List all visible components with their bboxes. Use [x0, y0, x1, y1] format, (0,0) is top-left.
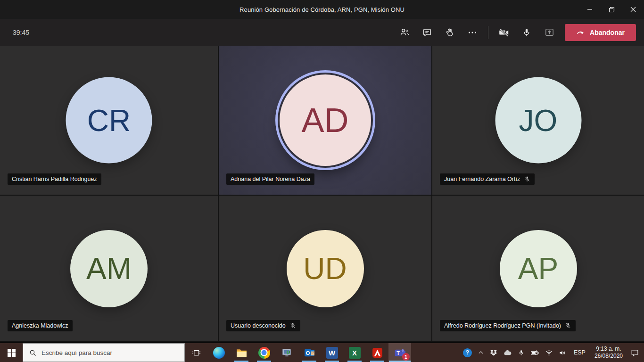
- windows-taskbar: O W X T 1: [0, 342, 644, 362]
- window-title: Reunión Gobernación de Córdoba, ARN, PGN…: [239, 6, 405, 13]
- clock-date: 26/08/2020: [594, 353, 623, 360]
- minimize-icon: [587, 7, 593, 12]
- search-icon: [29, 349, 37, 357]
- taskbar-app-remote-desktop[interactable]: [275, 343, 298, 362]
- share-screen-button[interactable]: [542, 25, 556, 40]
- avatar-initials: AD: [301, 101, 348, 140]
- title-bar: Reunión Gobernación de Córdoba, ARN, PGN…: [0, 0, 644, 19]
- task-view-button[interactable]: [185, 343, 207, 362]
- battery-icon[interactable]: [530, 348, 539, 357]
- participant-tile[interactable]: AP Alfredo Rodríguez Rodríguez PGN (Invi…: [432, 196, 644, 341]
- avatar: JO: [495, 77, 581, 164]
- search-input[interactable]: [41, 349, 179, 356]
- camera-off-icon: [498, 27, 510, 38]
- camera-off-button[interactable]: [497, 25, 511, 40]
- participant-name: Juan Fernando Zarama Ortíz: [444, 176, 520, 182]
- volume-icon[interactable]: [559, 349, 567, 357]
- taskbar-app-file-explorer[interactable]: [230, 343, 253, 362]
- muted-mic-icon: [565, 322, 571, 329]
- word-letter: W: [329, 349, 335, 357]
- clock[interactable]: 9:13 a. m. 26/08/2020: [593, 346, 625, 360]
- participants-icon: [399, 27, 410, 38]
- dropbox-icon[interactable]: [490, 349, 497, 356]
- hang-up-icon: [576, 28, 585, 37]
- avatar: CR: [66, 77, 152, 164]
- participant-name-label: Usuario desconocido: [226, 320, 300, 331]
- file-explorer-icon: [236, 347, 248, 359]
- participant-name: Agnieszka Miadowicz: [12, 322, 68, 329]
- chrome-icon: [258, 347, 270, 359]
- taskbar-app-edge[interactable]: [207, 343, 230, 362]
- close-button[interactable]: [622, 0, 644, 19]
- start-button[interactable]: [0, 343, 23, 362]
- muted-mic-icon: [524, 176, 530, 182]
- onedrive-icon[interactable]: [503, 348, 512, 357]
- participant-name-label: Alfredo Rodríguez Rodríguez PGN (Invitad…: [440, 320, 576, 331]
- toolbar-separator: [488, 26, 488, 39]
- participants-button[interactable]: [397, 25, 412, 40]
- system-tray: ?: [463, 343, 644, 362]
- more-options-icon: [467, 27, 478, 38]
- participant-tile[interactable]: JO Juan Fernando Zarama Ortíz: [432, 46, 644, 195]
- teams-notification-badge: 1: [402, 353, 410, 361]
- more-options-button[interactable]: [465, 25, 479, 40]
- minimize-button[interactable]: [579, 0, 601, 19]
- share-screen-icon: [544, 27, 555, 38]
- restore-button[interactable]: [601, 0, 622, 19]
- avatar-initials: UD: [303, 251, 347, 286]
- participant-tile[interactable]: UD Usuario desconocido: [219, 196, 431, 341]
- meeting-timer: 39:45: [13, 19, 29, 46]
- avatar: UD: [287, 230, 364, 307]
- taskbar-app-excel[interactable]: X: [343, 343, 366, 362]
- participant-name-label: Agnieszka Miadowicz: [8, 320, 73, 331]
- participant-name: Usuario desconocido: [231, 322, 286, 329]
- participant-tile[interactable]: AM Agnieszka Miadowicz: [0, 196, 218, 341]
- close-icon: [630, 7, 636, 12]
- participant-tile[interactable]: CR Cristian Harris Padilla Rodriguez: [0, 46, 218, 195]
- taskbar-app-chrome[interactable]: [253, 343, 275, 362]
- taskbar-app-word[interactable]: W: [321, 343, 343, 362]
- excel-letter: X: [352, 349, 357, 357]
- microphone-tray-icon[interactable]: [518, 349, 525, 356]
- participant-tile[interactable]: AD Adriana del Pilar Norena Daza: [219, 46, 431, 195]
- wifi-icon[interactable]: [545, 349, 553, 357]
- participant-name-label: Juan Fernando Zarama Ortíz: [440, 173, 535, 185]
- leave-meeting-button[interactable]: Abandonar: [565, 24, 636, 41]
- language-indicator[interactable]: ESP: [572, 349, 587, 356]
- avatar: AP: [500, 230, 577, 307]
- avatar-initials: AM: [86, 251, 132, 286]
- meeting-toolbar: 39:45: [0, 19, 644, 46]
- chat-button[interactable]: [420, 25, 434, 40]
- participant-name: Alfredo Rodríguez Rodríguez PGN (Invitad…: [444, 322, 561, 329]
- word-icon: W: [326, 347, 338, 359]
- show-hidden-icons-chevron[interactable]: [478, 349, 484, 356]
- microphone-button[interactable]: [520, 25, 534, 40]
- action-center-icon: [630, 348, 639, 357]
- avatar-initials: AP: [518, 251, 558, 286]
- avatar-initials: JO: [519, 103, 558, 138]
- taskbar-app-acrobat[interactable]: [366, 343, 388, 362]
- help-tray-icon[interactable]: ?: [463, 348, 472, 357]
- edge-icon: [213, 347, 225, 359]
- windows-logo-icon: [8, 349, 16, 357]
- avatar: AM: [70, 230, 148, 307]
- participant-grid: CR Cristian Harris Padilla Rodriguez AD …: [0, 46, 644, 342]
- remote-desktop-icon: [281, 347, 293, 359]
- teams-meeting-window: Reunión Gobernación de Córdoba, ARN, PGN…: [0, 0, 644, 362]
- participant-name: Adriana del Pilar Norena Daza: [231, 176, 310, 182]
- microphone-icon: [521, 27, 532, 38]
- chat-icon: [422, 27, 432, 38]
- raise-hand-button[interactable]: [443, 25, 457, 40]
- participant-name: Cristian Harris Padilla Rodriguez: [12, 176, 97, 182]
- raise-hand-icon: [445, 27, 455, 38]
- restore-icon: [609, 7, 615, 13]
- outlook-icon: O: [304, 347, 315, 359]
- action-center-button[interactable]: [630, 348, 639, 357]
- taskbar-search[interactable]: [23, 343, 185, 362]
- taskbar-app-outlook[interactable]: O: [298, 343, 321, 362]
- window-controls: [579, 0, 644, 19]
- leave-meeting-label: Abandonar: [590, 29, 625, 36]
- taskbar-app-teams[interactable]: T 1: [388, 343, 411, 362]
- acrobat-icon: [372, 347, 383, 359]
- clock-time: 9:13 a. m.: [594, 346, 623, 353]
